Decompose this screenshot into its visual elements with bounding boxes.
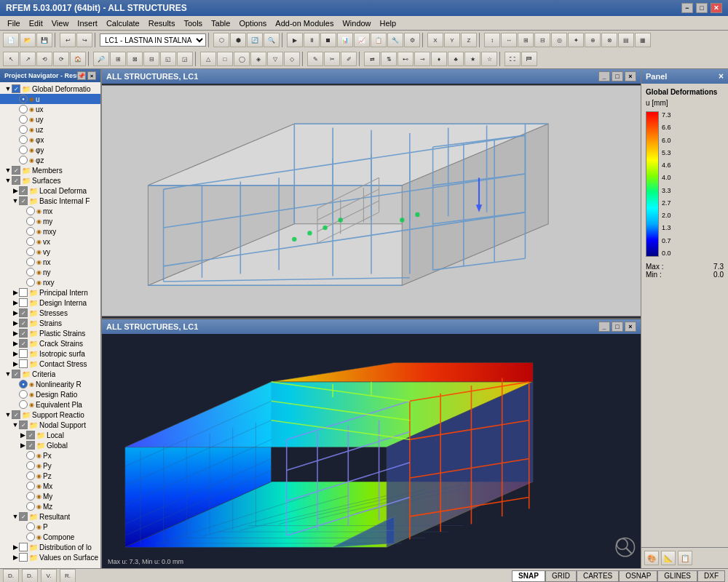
r17[interactable]: ◇ (284, 52, 300, 66)
tree-radio-unchecked[interactable] (19, 146, 28, 154)
undo-btn[interactable]: ↩ (60, 33, 76, 47)
status-btn-d2[interactable]: D. (22, 569, 38, 583)
tree-radio-unchecked[interactable] (26, 451, 35, 460)
axis-y[interactable]: Y (444, 33, 460, 47)
status-btn-v[interactable]: V. (41, 569, 57, 583)
tree-expand-icon[interactable]: ▶ (12, 299, 19, 306)
tree-checkbox[interactable]: ✓ (12, 176, 20, 185)
close-button[interactable]: ✕ (711, 3, 722, 13)
extra1[interactable]: ↕ (484, 33, 500, 47)
status-tab-glines[interactable]: GLINES (657, 570, 697, 582)
axis-z[interactable]: Z (461, 33, 477, 47)
tree-item[interactable]: ◉mx (0, 206, 100, 216)
tree-checkbox[interactable]: ✓ (19, 329, 28, 338)
vp-top-maximize[interactable]: □ (612, 71, 623, 81)
tree-item[interactable]: ◉mxy (0, 226, 100, 236)
vp-top-minimize[interactable]: _ (598, 71, 610, 81)
tree-checkbox[interactable]: ✓ (19, 420, 28, 429)
zoom-btn[interactable]: 🔍 (264, 33, 280, 47)
tree-checkbox[interactable] (19, 553, 28, 562)
tree-expand-icon[interactable]: ▶ (12, 554, 19, 561)
tree-item[interactable]: ▼✓📁Surfaces (0, 175, 100, 186)
r26[interactable]: ♣ (448, 52, 464, 66)
tree-radio-unchecked[interactable] (26, 533, 35, 541)
r12[interactable]: △ (200, 52, 216, 66)
r23[interactable]: ⊷ (397, 52, 414, 66)
status-tab-grid[interactable]: GRID (545, 570, 577, 582)
tree-expand-icon[interactable]: ▶ (12, 187, 19, 194)
tree-item[interactable]: ▶✓📁Plastic Strains (0, 328, 100, 338)
tree-item[interactable]: ▶📁Design Interna (0, 298, 100, 308)
tree-radio-unchecked[interactable] (26, 217, 35, 226)
vp-bottom-close[interactable]: × (625, 322, 636, 332)
r9[interactable]: ⊟ (143, 52, 159, 66)
tree-checkbox[interactable]: ✓ (19, 339, 28, 348)
tree-item[interactable]: ◉Compone (0, 532, 100, 542)
tree-radio[interactable]: ● (19, 380, 28, 388)
tree-expand-icon[interactable]: ▼ (4, 85, 12, 92)
render-btn[interactable]: ⬡ (213, 33, 229, 47)
tree-checkbox[interactable]: ✓ (19, 512, 28, 521)
menu-item-file[interactable]: File (3, 17, 25, 29)
tree-radio-unchecked[interactable] (26, 502, 35, 511)
tree-item[interactable]: ◉Pz (0, 471, 100, 481)
tree-item[interactable]: ▼✓📁Global Deformatio (0, 84, 100, 94)
tree-item[interactable]: ▼✓📁Nodal Support (0, 420, 100, 430)
r10[interactable]: ◱ (160, 52, 176, 66)
panel-close-button[interactable]: × (719, 71, 724, 81)
r21[interactable]: ⇄ (364, 52, 380, 66)
minimize-button[interactable]: − (681, 3, 693, 13)
tree-checkbox[interactable]: ✓ (12, 84, 20, 93)
btn11[interactable]: 🔧 (387, 33, 403, 47)
tree-item[interactable]: ◉Mx (0, 481, 100, 491)
menu-item-insert[interactable]: Insert (73, 17, 102, 29)
menu-item-view[interactable]: View (47, 17, 74, 29)
r5[interactable]: 🏠 (70, 52, 86, 66)
tree-radio-unchecked[interactable] (19, 390, 28, 399)
status-btn-d1[interactable]: D. (3, 569, 19, 583)
tree-expand-icon[interactable]: ▼ (12, 421, 19, 428)
tree-item[interactable]: ◉Equivalent Pla (0, 399, 100, 410)
tree-item[interactable]: ▶✓📁Global (0, 440, 100, 450)
tree-expand-icon[interactable]: ▼ (4, 167, 12, 174)
tree-checkbox[interactable]: ✓ (12, 410, 20, 419)
btn7[interactable]: ⏹ (320, 33, 336, 47)
tree-item[interactable]: ◉vy (0, 247, 100, 257)
menu-item-results[interactable]: Results (144, 17, 180, 29)
tree-checkbox[interactable]: ✓ (12, 370, 20, 378)
tree-item[interactable]: ◉Py (0, 461, 100, 471)
r30[interactable]: ⛿ (521, 52, 537, 66)
tree-expand-icon[interactable]: ▶ (19, 442, 26, 449)
tree-item[interactable]: ◉Px (0, 450, 100, 461)
r24[interactable]: ⊸ (414, 52, 430, 66)
tree-item[interactable]: ◉My (0, 491, 100, 501)
r4[interactable]: ⟳ (53, 52, 69, 66)
tree-item[interactable]: ▶✓📁Local (0, 430, 100, 440)
extra3[interactable]: ⊞ (518, 33, 534, 47)
r8[interactable]: ⊠ (127, 52, 143, 66)
tree-radio-unchecked[interactable] (26, 227, 35, 236)
tree-expand-icon[interactable]: ▶ (19, 431, 26, 439)
tree-item[interactable]: ●◉u (0, 94, 100, 104)
tree-checkbox[interactable] (19, 349, 28, 358)
tree-item[interactable]: ◉φz (0, 155, 100, 165)
open-btn[interactable]: 📂 (20, 33, 36, 47)
menu-item-tools[interactable]: Tools (179, 17, 207, 29)
tree-radio-unchecked[interactable] (19, 135, 28, 144)
tree-checkbox[interactable]: ✓ (19, 196, 28, 205)
axis-x[interactable]: X (427, 33, 443, 47)
btn8[interactable]: 📊 (337, 33, 353, 47)
tree-expand-icon[interactable]: ▶ (12, 330, 19, 337)
maximize-button[interactable]: □ (696, 3, 708, 13)
tree-checkbox[interactable]: ✓ (19, 308, 28, 317)
rotate-btn[interactable]: 🔄 (247, 33, 263, 47)
tree-item[interactable]: ◉nxy (0, 277, 100, 287)
btn10[interactable]: 📋 (371, 33, 387, 47)
tree-item[interactable]: ◉uz (0, 124, 100, 135)
panel-icon-1[interactable]: 🎨 (644, 551, 659, 565)
status-tab-osnap[interactable]: OSNAP (619, 570, 657, 582)
vp-top-close[interactable]: × (625, 71, 636, 81)
tree-item[interactable]: ▼✓📁Resultant (0, 511, 100, 522)
tree-item[interactable]: ◉φy (0, 145, 100, 155)
tree-radio-unchecked[interactable] (26, 207, 35, 215)
